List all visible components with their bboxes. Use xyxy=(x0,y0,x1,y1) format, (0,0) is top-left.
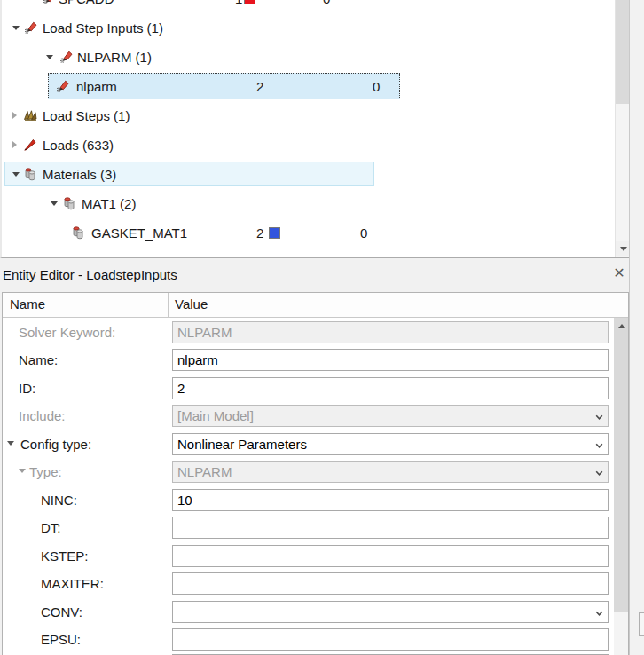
chevron-down-icon[interactable] xyxy=(595,464,603,479)
property-label: MAXITER: xyxy=(41,576,104,592)
property-collapse-arrow-icon[interactable] xyxy=(19,469,26,473)
tree-row-nlparm-group[interactable]: NLPARM (1) xyxy=(2,43,614,70)
column-header-value: Value xyxy=(175,296,208,312)
property-value-input[interactable] xyxy=(172,377,609,399)
tree-row-load-step-inputs[interactable]: Load Step Inputs (1) xyxy=(2,14,614,41)
property-label: Name: xyxy=(19,352,58,368)
tree-row-nlparm[interactable]: nlparm20 xyxy=(2,73,614,99)
property-value-input[interactable] xyxy=(172,572,609,595)
property-value-dropdown: NLPARM xyxy=(172,461,609,483)
tree-row-count-value: 0 xyxy=(373,78,380,95)
expand-arrow-icon[interactable] xyxy=(12,112,17,119)
property-label: Config type: xyxy=(20,437,91,453)
dropdown-selected-value: Nonlinear Parameters xyxy=(177,437,595,452)
editor-scrollbar-thumb[interactable] xyxy=(614,318,629,612)
column-header-name: Name xyxy=(10,296,45,312)
property-label: NINC: xyxy=(41,493,77,509)
chevron-down-icon[interactable] xyxy=(595,604,603,619)
tree-row-id-value: 2 xyxy=(256,225,263,241)
tree-row-id-value: 2 xyxy=(256,78,263,95)
property-label: KSTEP: xyxy=(41,548,88,564)
dropdown-selected-value: [Main Model] xyxy=(177,408,595,423)
loadstep-input-icon xyxy=(42,0,56,5)
tree-row-spcadd[interactable]: SPCADD10 xyxy=(2,0,614,12)
property-value-input[interactable] xyxy=(172,628,609,651)
tree-row-label: NLPARM (1) xyxy=(77,49,152,66)
tree-row-label: Load Steps (1) xyxy=(43,107,130,124)
entity-editor-title: Entity Editor - LoadstepInputs xyxy=(3,267,177,282)
property-value-input xyxy=(172,321,609,343)
loadstep-input-icon xyxy=(55,79,69,93)
chevron-down-icon[interactable] xyxy=(595,408,603,423)
property-label: ID: xyxy=(19,381,35,397)
outer-background-strip xyxy=(629,0,644,655)
model-browser-tree: SPCADD10 Load Step Inputs (1) NLPARM (1)… xyxy=(0,0,629,258)
property-value-dropdown: [Main Model] xyxy=(172,405,609,427)
editor-scrollbar[interactable] xyxy=(614,318,629,655)
tree-row-label: Loads (633) xyxy=(43,137,114,154)
property-label: DT: xyxy=(41,520,61,536)
tree-row-gasket-mat1[interactable]: GASKET_MAT120 xyxy=(2,219,614,246)
property-label: Include: xyxy=(19,408,66,424)
property-label: EPSU: xyxy=(41,632,81,648)
property-value-dropdown[interactable]: Nonlinear Parameters xyxy=(172,433,609,455)
cut-off-panel-corner xyxy=(639,612,644,636)
tree-row-id-value: 1 xyxy=(235,0,242,7)
loadstep-input-icon xyxy=(59,50,73,64)
collapse-arrow-icon[interactable] xyxy=(46,55,53,59)
dropdown-selected-value: NLPARM xyxy=(177,464,595,479)
tree-row-label: SPCADD xyxy=(59,0,114,7)
tree-row-materials[interactable]: Materials (3) xyxy=(2,161,614,187)
property-label: CONV: xyxy=(41,604,82,620)
material-icon xyxy=(23,167,37,181)
tree-row-label: GASKET_MAT1 xyxy=(91,225,187,241)
tree-row-count-value: 0 xyxy=(323,0,330,7)
property-value-input[interactable] xyxy=(172,349,609,371)
material-icon xyxy=(71,225,85,240)
tree-row-mat1[interactable]: MAT1 (2) xyxy=(2,190,614,217)
material-icon xyxy=(62,196,76,210)
property-value-input[interactable] xyxy=(172,517,609,539)
tree-row-load-steps[interactable]: Load Steps (1) xyxy=(2,102,614,129)
property-collapse-arrow-icon[interactable] xyxy=(7,441,14,446)
scroll-down-icon xyxy=(620,247,627,251)
tree-row-count-value: 0 xyxy=(360,225,367,241)
collapse-arrow-icon[interactable] xyxy=(12,172,20,177)
color-swatch[interactable] xyxy=(244,0,255,4)
tree-row-label: MAT1 (2) xyxy=(82,195,136,212)
property-value-input[interactable] xyxy=(172,545,609,567)
loads-icon xyxy=(23,138,37,152)
entity-editor-table: Name Value Solver Keyword:Name:ID:Includ… xyxy=(2,292,629,655)
chevron-down-icon[interactable] xyxy=(595,437,603,452)
scroll-up-icon xyxy=(618,324,625,328)
tree-row-label: nlparm xyxy=(76,78,117,95)
property-label: Solver Keyword: xyxy=(19,325,115,341)
property-value-dropdown[interactable] xyxy=(172,601,609,623)
tree-row-loads[interactable]: Loads (633) xyxy=(2,131,614,158)
entity-editor-header-row: Name Value xyxy=(3,293,628,318)
load-steps-icon xyxy=(23,108,37,122)
collapse-arrow-icon[interactable] xyxy=(51,201,58,206)
tree-row-label: Load Step Inputs (1) xyxy=(43,20,163,36)
tree-row-label: Materials (3) xyxy=(43,166,116,183)
property-value-input[interactable] xyxy=(172,489,609,511)
column-divider[interactable] xyxy=(168,293,169,317)
loadstep-input-icon xyxy=(23,20,37,35)
close-icon[interactable]: ✕ xyxy=(611,265,627,281)
expand-arrow-icon[interactable] xyxy=(12,141,17,148)
collapse-arrow-icon[interactable] xyxy=(12,26,20,30)
color-swatch[interactable] xyxy=(269,227,280,239)
editor-scroll-up-button[interactable] xyxy=(614,320,629,332)
property-label: Type: xyxy=(29,464,62,480)
